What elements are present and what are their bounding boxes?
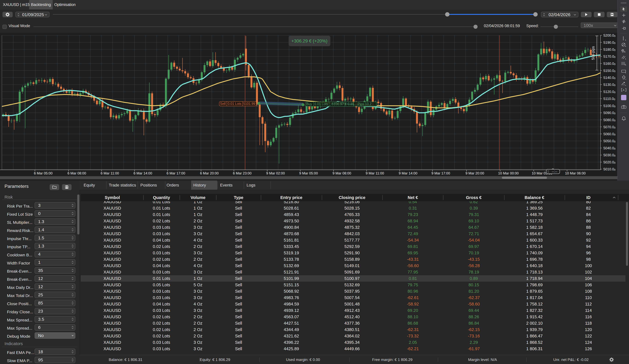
svg-text:9 Mar 20:00: 9 Mar 20:00 (466, 171, 484, 175)
svg-text:+306.29 € (+20%): +306.29 € (+20%) (291, 38, 327, 44)
svg-text:5100.97: 5100.97 (332, 102, 344, 106)
svg-text:10 Mar 00:00: 10 Mar 00:00 (498, 171, 519, 175)
svg-text:9 Mar 11:00: 9 Mar 11:00 (366, 171, 384, 175)
svg-text:5170.00: 5170.00 (603, 54, 616, 59)
svg-text:5190.00: 5190.00 (603, 41, 616, 45)
svg-text:9 Mar 02:00: 9 Mar 02:00 (266, 171, 285, 175)
svg-text:€ 0.89: € 0.89 (345, 102, 354, 106)
svg-text:5070.00: 5070.00 (603, 125, 616, 129)
svg-text:5130.00: 5130.00 (603, 83, 616, 87)
svg-text:Buy: Buy (306, 102, 312, 106)
svg-text:6 Mar 11:00: 6 Mar 11:00 (101, 171, 119, 175)
svg-text:6 Mar 08:00: 6 Mar 08:00 (67, 171, 86, 175)
svg-text:5101.99: 5101.99 (243, 102, 255, 106)
svg-text:9 Mar 08:00: 9 Mar 08:00 (332, 171, 351, 175)
svg-text:0.01 Lots: 0.01 Lots (314, 102, 328, 106)
svg-text:5120.00: 5120.00 (603, 90, 616, 94)
svg-text:9 Mar 05:00: 9 Mar 05:00 (299, 171, 318, 175)
svg-text:5060.00: 5060.00 (603, 132, 616, 136)
svg-text:A: A (623, 89, 625, 91)
svg-text:5040.00: 5040.00 (603, 146, 616, 150)
svg-text:6 Mar 14:00: 6 Mar 14:00 (134, 171, 152, 175)
svg-text:6 Mar 20:00: 6 Mar 20:00 (200, 171, 219, 175)
svg-text:5140.00: 5140.00 (603, 76, 616, 80)
svg-text:5020.00: 5020.00 (603, 160, 616, 164)
svg-text:5090.00: 5090.00 (603, 111, 616, 115)
svg-text:Sell: Sell (220, 102, 226, 106)
svg-text:5200.00: 5200.00 (603, 33, 616, 37)
svg-text:--:--: --:-- (552, 170, 557, 174)
svg-text:9 Mar 17:00: 9 Mar 17:00 (432, 171, 450, 175)
svg-text:0.01 Lots: 0.01 Lots (228, 102, 241, 106)
svg-text:Pips 10.2: Pips 10.2 (358, 102, 371, 106)
svg-text:6 Mar 23:00: 6 Mar 23:00 (233, 171, 252, 175)
svg-text:5160.00: 5160.00 (603, 62, 616, 66)
svg-text:5080.00: 5080.00 (603, 118, 616, 122)
svg-text:5100.00: 5100.00 (603, 104, 616, 108)
svg-text:6 Mar 17:00: 6 Mar 17:00 (166, 171, 185, 175)
svg-text:10 Mar 06:00: 10 Mar 06:00 (565, 171, 586, 175)
svg-text:9 Mar 14:00: 9 Mar 14:00 (399, 171, 417, 175)
svg-text:5030.00: 5030.00 (603, 153, 616, 157)
svg-text:5180.00: 5180.00 (603, 48, 616, 52)
svg-text:E: E (624, 51, 626, 53)
svg-text:6 Mar 05:00: 6 Mar 05:00 (34, 171, 52, 175)
svg-text:5050.00: 5050.00 (603, 139, 616, 143)
svg-text:5110.00: 5110.00 (603, 97, 615, 101)
svg-text:500 pips: 500 pips (591, 46, 595, 60)
svg-text:5150.00: 5150.00 (603, 69, 616, 73)
svg-text:5010.00: 5010.00 (603, 167, 616, 171)
